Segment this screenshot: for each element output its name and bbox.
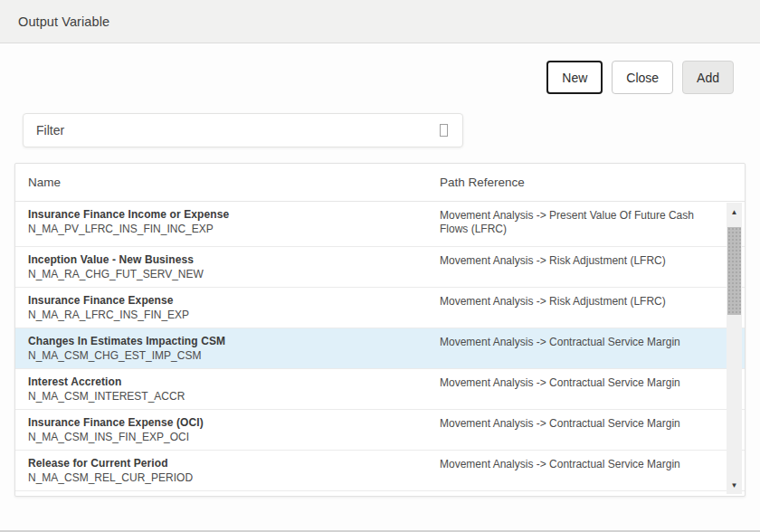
table-body: Insurance Finance Income or Expense N_MA… [15, 202, 745, 491]
table-row[interactable]: Changes In Estimates Impacting CSM N_MA_… [15, 328, 745, 369]
filter-icon [440, 124, 448, 137]
filter-input[interactable] [24, 114, 440, 147]
close-button[interactable]: Close [612, 61, 673, 94]
column-header-name: Name [15, 176, 440, 189]
path-reference-cell: Movement Analysis -> Contractual Service… [440, 457, 745, 485]
name-cell: Changes In Estimates Impacting CSM N_MA_… [15, 335, 440, 363]
variable-name: Insurance Finance Expense (OCI) [28, 416, 440, 430]
path-reference-cell: Movement Analysis -> Risk Adjustment (LF… [440, 253, 745, 281]
variable-name: Release for Current Period [28, 457, 440, 470]
scroll-down-icon[interactable]: ▼ [727, 478, 742, 492]
table-row[interactable]: Insurance Finance Expense N_MA_RA_LFRC_I… [15, 288, 745, 328]
variable-name: Interest Accretion [28, 375, 440, 389]
column-header-path-reference: Path Reference [440, 176, 745, 189]
path-reference-cell: Movement Analysis -> Contractual Service… [440, 335, 745, 363]
table-row[interactable]: Insurance Finance Expense (OCI) N_MA_CSM… [15, 410, 745, 451]
path-reference-cell: Movement Analysis -> Contractual Service… [440, 375, 745, 404]
variable-code: N_MA_PV_LFRC_INS_FIN_INC_EXP [28, 223, 440, 236]
variable-name: Insurance Finance Income or Expense [28, 208, 440, 222]
variable-name: Insurance Finance Expense [28, 294, 440, 308]
name-cell: Interest Accretion N_MA_CSM_INTEREST_ACC… [15, 375, 440, 404]
path-reference-cell: Movement Analysis -> Risk Adjustment (LF… [440, 294, 745, 322]
table-row[interactable]: Insurance Finance Income or Expense N_MA… [15, 202, 745, 247]
path-reference-cell: Movement Analysis -> Present Value Of Fu… [440, 208, 745, 241]
scrollbar-thumb[interactable] [727, 227, 741, 315]
output-variable-table: Name Path Reference Insurance Finance In… [14, 163, 746, 497]
variable-code: N_MA_CSM_INS_FIN_EXP_OCI [28, 431, 440, 444]
name-cell: Inception Value - New Business N_MA_RA_C… [15, 253, 440, 281]
scroll-up-icon[interactable]: ▲ [727, 204, 742, 219]
name-cell: Insurance Finance Expense N_MA_RA_LFRC_I… [15, 294, 440, 322]
table-header: Name Path Reference [15, 164, 745, 202]
new-button[interactable]: New [546, 61, 603, 94]
name-cell: Insurance Finance Income or Expense N_MA… [15, 208, 440, 241]
variable-code: N_MA_CSM_INTEREST_ACCR [28, 390, 440, 404]
add-button[interactable]: Add [682, 61, 734, 94]
name-cell: Release for Current Period N_MA_CSM_REL_… [15, 457, 440, 485]
name-cell: Insurance Finance Expense (OCI) N_MA_CSM… [15, 416, 440, 444]
variable-name: Changes In Estimates Impacting CSM [28, 335, 440, 348]
vertical-scrollbar[interactable]: ▲ ▼ [727, 203, 742, 494]
dialog-title: Output Variable [18, 14, 109, 29]
table-row[interactable]: Interest Accretion N_MA_CSM_INTEREST_ACC… [15, 369, 745, 410]
variable-code: N_MA_RA_CHG_FUT_SERV_NEW [28, 268, 440, 281]
variable-code: N_MA_CSM_CHG_EST_IMP_CSM [28, 349, 440, 363]
table-row[interactable]: Release for Current Period N_MA_CSM_REL_… [15, 451, 745, 491]
output-variable-dialog: Output Variable New Close Add Name Path … [0, 0, 760, 532]
variable-code: N_MA_CSM_REL_CUR_PERIOD [28, 471, 440, 485]
filter-field[interactable] [23, 113, 463, 147]
path-reference-cell: Movement Analysis -> Contractual Service… [440, 416, 745, 444]
table-row[interactable]: Inception Value - New Business N_MA_RA_C… [15, 247, 745, 288]
dialog-titlebar: Output Variable [0, 0, 760, 43]
variable-name: Inception Value - New Business [28, 253, 440, 267]
variable-code: N_MA_RA_LFRC_INS_FIN_EXP [28, 309, 440, 322]
toolbar: New Close Add [546, 61, 734, 94]
